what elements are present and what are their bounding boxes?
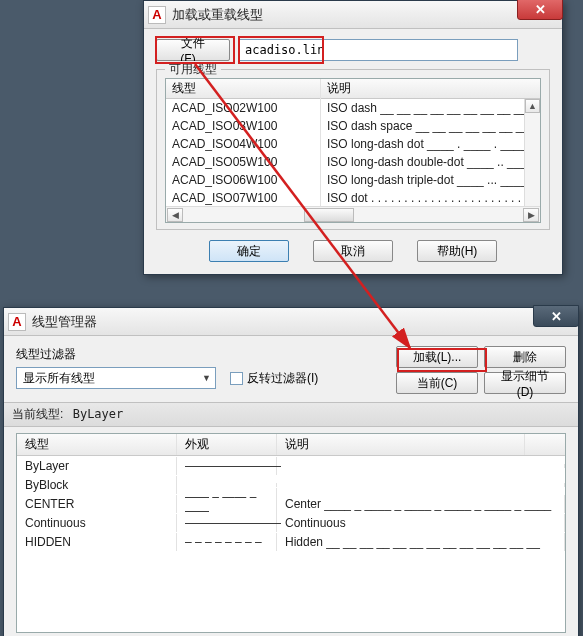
filter-value: 显示所有线型 <box>23 370 95 387</box>
dialog-title: 线型管理器 <box>32 313 97 331</box>
detail-button[interactable]: 显示细节(D) <box>484 372 566 394</box>
app-icon: A <box>148 6 166 24</box>
current-line-label: 当前线型: <box>12 407 63 421</box>
col-header-name[interactable]: 线型 <box>166 78 321 99</box>
ok-button[interactable]: 确定 <box>209 240 289 262</box>
checkbox-icon <box>230 372 243 385</box>
filter-combo[interactable]: 显示所有线型 ▼ <box>16 367 216 389</box>
delete-button[interactable]: 删除 <box>484 346 566 368</box>
file-button[interactable]: 文件(F)... <box>156 39 230 61</box>
close-icon: ✕ <box>551 309 562 324</box>
app-icon: A <box>8 313 26 331</box>
dialog-title: 加载或重载线型 <box>172 6 263 24</box>
col-header-appearance[interactable]: 外观 <box>177 434 277 455</box>
list-item[interactable]: ACAD_ISO04W100ISO long-dash dot ____ . _… <box>166 135 540 153</box>
invert-filter-label: 反转过滤器(I) <box>247 370 318 387</box>
help-button[interactable]: 帮助(H) <box>417 240 497 262</box>
close-button[interactable]: ✕ <box>517 0 563 20</box>
cancel-button[interactable]: 取消 <box>313 240 393 262</box>
col-header-desc[interactable]: 说明 <box>321 78 540 99</box>
col-header-desc[interactable]: 说明 <box>277 434 525 455</box>
current-button[interactable]: 当前(C) <box>396 372 478 394</box>
scroll-thumb[interactable] <box>304 208 354 222</box>
chevron-down-icon: ▼ <box>202 373 211 383</box>
list-item[interactable]: ACAD_ISO03W100ISO dash space __ __ __ __… <box>166 117 540 135</box>
list-item[interactable]: ACAD_ISO05W100ISO long-dash double-dot _… <box>166 153 540 171</box>
current-line-value: ByLayer <box>73 407 124 421</box>
invert-filter-checkbox[interactable]: 反转过滤器(I) <box>230 370 318 387</box>
list-item[interactable]: ACAD_ISO06W100ISO long-dash triple-dot _… <box>166 171 540 189</box>
close-icon: ✕ <box>535 2 546 17</box>
col-header-name[interactable]: 线型 <box>17 434 177 455</box>
table-row[interactable]: HIDDEN– – – – – – – –Hidden __ __ __ __ … <box>17 532 565 551</box>
close-button[interactable]: ✕ <box>533 305 579 327</box>
scroll-left-icon[interactable]: ◀ <box>167 208 183 222</box>
linetype-table[interactable]: 线型 外观 说明 ByLayer———————— ByBlock CENTER—… <box>16 433 566 633</box>
horizontal-scrollbar[interactable]: ◀ ▶ <box>166 206 540 222</box>
table-row[interactable]: Continuous————————Continuous <box>17 513 565 532</box>
table-row[interactable]: ByLayer———————— <box>17 456 565 475</box>
filter-label: 线型过滤器 <box>16 346 318 363</box>
table-row[interactable]: ByBlock <box>17 475 565 494</box>
list-item[interactable]: ACAD_ISO02W100ISO dash __ __ __ __ __ __… <box>166 99 540 117</box>
table-row[interactable]: CENTER—— – —— – ——Center ____ _ ____ _ _… <box>17 494 565 513</box>
scroll-up-icon[interactable]: ▲ <box>525 99 540 113</box>
scroll-right-icon[interactable]: ▶ <box>523 208 539 222</box>
vertical-scrollbar[interactable]: ▲ <box>524 99 540 206</box>
file-input[interactable] <box>238 39 518 61</box>
group-label: 可用线型 <box>165 61 221 78</box>
list-item[interactable]: ACAD_ISO07W100ISO dot . . . . . . . . . … <box>166 189 540 207</box>
linetype-list[interactable]: 线型 说明 ACAD_ISO02W100ISO dash __ __ __ __… <box>165 78 541 223</box>
load-button[interactable]: 加载(L)... <box>396 346 478 368</box>
